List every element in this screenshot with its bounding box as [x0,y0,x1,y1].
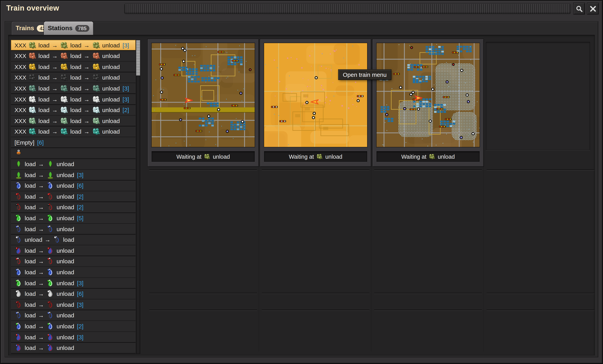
stop-label: load [25,301,36,308]
train-prefix: XXX [14,42,26,48]
train-list-item[interactable]: load→unload [11,256,136,266]
stop-label: load [38,128,50,135]
route-arrow: → [52,63,58,70]
stop-label: unload [57,204,74,211]
train-list-item[interactable]: XXXload→load→unload[3] [11,94,136,104]
row-separator [374,310,482,311]
route-arrow: → [52,128,58,135]
fluid-blue-red-icon [14,333,23,341]
train-list-item[interactable]: [Empty][6] [11,137,136,148]
train-list-item[interactable]: load→unload [11,310,136,320]
train-list-item[interactable]: load→unload[3] [11,300,136,310]
stop-label: load [25,312,36,319]
ore-cyan-icon [92,128,100,136]
train-list-item[interactable]: XXXload→load→unload [11,116,136,126]
sapling-icon [14,171,23,179]
ore-teal-icon [28,84,36,93]
search-button[interactable] [574,3,585,14]
train-list-item[interactable] [11,148,136,158]
row-separator [374,169,482,170]
row-separator [262,293,370,294]
train-card[interactable]: Waiting atunload [260,39,371,166]
fluid-blue-green-icon [14,322,23,330]
train-minimap[interactable] [264,43,367,147]
window-drag-handle[interactable] [125,4,570,14]
route-arrow: → [38,312,45,319]
train-list-item[interactable]: XXXload→load→unload [11,51,136,61]
stop-label: unload [57,161,74,167]
route-arrow: → [52,96,58,103]
fluid-green2-icon [46,214,55,222]
stop-label: load [25,171,36,178]
fluid-blue-red-icon [46,333,55,341]
train-card[interactable]: Waiting atunload [148,39,259,166]
row-separator [262,169,370,170]
stop-label: load [70,85,81,92]
row-separator [149,169,257,170]
leaf-icon [46,160,55,168]
route-arrow: → [83,42,90,48]
train-list-item[interactable]: load→unload [11,267,136,277]
stop-label: load [25,280,36,286]
train-list[interactable]: XXXload→load→unload[3]XXXload→load→unloa… [11,40,136,354]
train-count: [2] [77,193,83,200]
train-list-item[interactable]: XXXload→load→unload [11,127,136,137]
train-card[interactable]: Waiting atunload [373,39,484,166]
fluid-blue-blue-icon [46,344,55,352]
leaf-icon [14,160,23,168]
fluid-blue-dark-icon [46,182,55,190]
train-list-item[interactable]: load→unload[5] [11,213,136,223]
train-list-item[interactable]: load→unload[3] [11,170,136,180]
tab-stations[interactable]: Stations 785 [44,22,93,35]
route-arrow: → [83,52,90,59]
train-minimap[interactable] [377,43,480,147]
train-prefix: XXX [14,128,26,135]
status-text: unload [213,153,230,160]
stop-label: load [25,334,36,340]
route-arrow: → [38,171,45,178]
train-list-item[interactable]: XXXload→load→unload[3] [11,40,136,50]
stop-label: load [25,182,36,189]
train-list-item[interactable]: load→unload[2] [11,321,136,331]
train-list-item[interactable]: load→unload[2] [11,191,136,202]
stop-label: unload [57,323,74,329]
fluid-green1-icon [46,279,55,287]
route-arrow: → [52,74,58,81]
route-arrow: → [52,85,58,92]
train-list-item[interactable]: load→unload[3] [11,278,136,288]
route-arrow: → [38,344,45,351]
ore-gold-icon [92,62,100,71]
train-list-item[interactable]: load→unload [11,224,136,234]
scrollbar-thumb[interactable] [136,40,140,76]
fluid-dark-red1-icon [14,203,23,211]
train-list-item[interactable]: load→unload[6] [11,289,136,299]
fluid-green1-icon [14,279,23,287]
train-list-item[interactable]: XXXload→load→unload [11,61,136,72]
train-list-item[interactable]: load→unload[3] [11,332,136,342]
train-list-item[interactable]: load→unload[6] [11,180,136,191]
stop-label: load [70,96,81,103]
train-status-bar: Waiting atunload [377,151,480,162]
train-list-item[interactable]: XXXload→load→unload[3] [11,83,136,94]
scrollbar[interactable] [136,40,140,354]
ore-coal-icon [60,73,68,82]
fluid-dark-redwhite-icon [46,257,55,265]
train-list-item[interactable]: XXXload→load→unload[2] [11,105,136,115]
stop-label: load [25,344,36,351]
train-list-item[interactable]: load→unload [11,343,136,353]
train-list-item[interactable]: load→unload [11,159,136,169]
train-list-item[interactable]: load→unload [11,246,136,256]
train-minimap[interactable] [152,43,255,147]
train-count: [6] [77,290,83,297]
train-list-item[interactable]: load→unload[2] [11,202,136,212]
train-prefix: XXX [14,74,26,81]
fluid-white-icon [46,290,55,298]
route-arrow: → [38,301,45,308]
train-list-item[interactable]: unload→load [11,235,136,245]
train-list-item[interactable]: XXXload→load→unload [11,72,136,83]
row-separator [149,310,257,311]
close-button[interactable] [587,3,598,14]
stop-label: unload [57,193,74,200]
train-count: [6] [37,139,44,146]
route-arrow: → [83,128,90,135]
